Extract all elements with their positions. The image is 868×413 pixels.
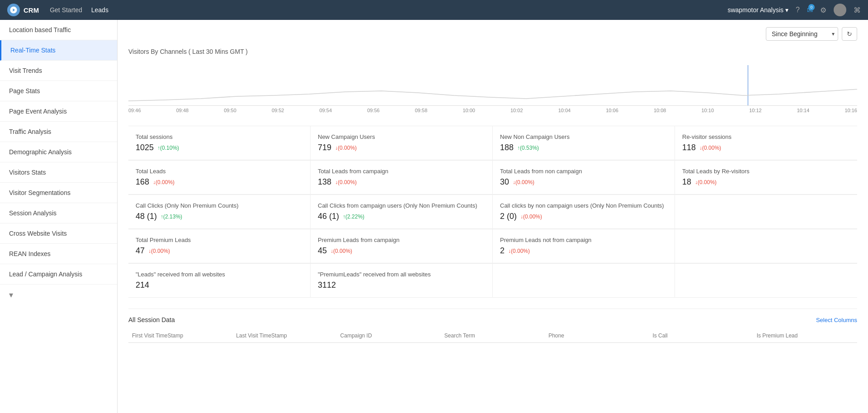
stat-label: Total Leads from campaign	[318, 168, 485, 175]
stat-value-row: 48 (1) ↑(2.13%)	[136, 212, 303, 221]
logo-icon	[7, 4, 20, 16]
stat-number: 188	[500, 143, 514, 152]
main-layout: Location based Traffic Real-Time Stats V…	[0, 20, 868, 413]
col-campaign-id: Campaign ID	[337, 332, 441, 339]
xaxis-label: 09:48	[176, 108, 189, 113]
refresh-icon: ↻	[847, 30, 852, 38]
sidebar-item-page-event[interactable]: Page Event Analysis	[0, 101, 117, 122]
sidebar-item-visitor-seg[interactable]: Visitor Segmentations	[0, 183, 117, 203]
sidebar-item-visit-trends[interactable]: Visit Trends	[0, 61, 117, 81]
sidebar-collapse-btn[interactable]: ▾	[0, 285, 117, 305]
analysis-chevron: ▾	[785, 6, 788, 14]
stat-revisitor-sessions: Re-visitor sessions 118 ↓(0.00%)	[675, 126, 857, 160]
stats-row-2: Total Leads 168 ↓(0.00%) Total Leads fro…	[128, 160, 857, 195]
stat-value-row: 214	[136, 280, 303, 290]
select-columns-btn[interactable]: Select Columns	[816, 317, 857, 323]
notifications-btn[interactable]: ✉ 0	[807, 6, 813, 14]
stat-call-clicks-non-campaign: Call clicks by non campaign users (Only …	[493, 195, 675, 229]
gear-icon: ⚙	[820, 6, 826, 14]
sidebar-label: Visit Trends	[9, 67, 42, 74]
sidebar-item-page-stats[interactable]: Page Stats	[0, 81, 117, 101]
stat-empty-5-4	[675, 264, 857, 298]
stat-label: Total Premium Leads	[136, 237, 303, 243]
col-last-visit: Last Visit TimeStamp	[232, 332, 336, 339]
stat-new-campaign-users: New Campaign Users 719 ↓(0.00%)	[311, 126, 493, 160]
nav-leads[interactable]: Leads	[91, 6, 108, 14]
stat-change: ↓(0.00%)	[153, 179, 175, 185]
stat-total-leads: Total Leads 168 ↓(0.00%)	[128, 161, 311, 195]
chart-container	[128, 61, 857, 106]
stat-label: Re-visitor sessions	[682, 133, 850, 140]
stat-number: 214	[136, 280, 149, 290]
stat-total-sessions: Total sessions 1025 ↑(0.10%)	[128, 126, 311, 160]
xaxis-label: 09:58	[415, 108, 428, 113]
stat-change: ↓(0.00%)	[520, 214, 542, 220]
top-navbar: CRM Get Started Leads swapmotor Analysis…	[0, 0, 868, 20]
stat-number: 2	[500, 246, 505, 256]
stat-new-non-campaign: New Non Campaign Users 188 ↑(0.53%)	[493, 126, 675, 160]
stat-label: Total Leads from non campaign	[500, 168, 667, 175]
xaxis-label: 10:10	[702, 108, 714, 113]
stat-number: 138	[318, 177, 331, 187]
stat-change: ↑(2.22%)	[343, 214, 364, 220]
chevron-down-icon: ▾	[9, 290, 13, 299]
help-icon: ?	[796, 6, 800, 14]
col-first-visit: First Visit TimeStamp	[128, 332, 232, 339]
nav-get-started[interactable]: Get Started	[50, 6, 82, 14]
analysis-selector[interactable]: swapmotor Analysis ▾	[727, 6, 788, 14]
date-filter-select[interactable]: Since Beginning Last 30 Days Last 7 Days…	[766, 27, 838, 41]
stat-value-row: 2 (0) ↓(0.00%)	[500, 212, 667, 221]
stat-number: 30	[500, 177, 509, 187]
stats-row-4: Total Premium Leads 47 ↓(0.00%) Premium …	[128, 229, 857, 263]
logo[interactable]: CRM	[7, 4, 39, 16]
sidebar-label: Location based Traffic	[9, 26, 71, 33]
grid-icon-btn[interactable]: ⌘	[854, 6, 861, 14]
stat-label: Call Clicks from campaign users (Only No…	[318, 202, 485, 209]
topnav-right: swapmotor Analysis ▾ ? ✉ 0 ⚙ ⌘	[727, 4, 861, 16]
sidebar-item-session-analysis[interactable]: Session Analysis	[0, 203, 117, 223]
xaxis-label: 09:52	[272, 108, 284, 113]
stat-label: Total sessions	[136, 133, 303, 140]
sidebar-label: Session Analysis	[9, 209, 57, 217]
sidebar-item-demographic[interactable]: Demographic Analysis	[0, 142, 117, 162]
stat-value-row: 18 ↓(0.00%)	[682, 177, 850, 187]
xaxis-label: 10:04	[558, 108, 571, 113]
xaxis-label: 09:46	[128, 108, 141, 113]
session-section: All Session Data Select Columns First Vi…	[128, 309, 857, 343]
xaxis-label: 09:56	[367, 108, 380, 113]
col-is-premium-lead: Is Premium Lead	[753, 332, 857, 339]
stat-value-row: 47 ↓(0.00%)	[136, 246, 303, 256]
stat-change: ↓(0.00%)	[513, 179, 534, 185]
table-header: First Visit TimeStamp Last Visit TimeSta…	[128, 329, 857, 343]
stat-premium-leads-all-websites: "PremiumLeads" received from all website…	[311, 264, 493, 298]
stat-label: Call Clicks (Only Non Premium Counts)	[136, 202, 303, 209]
sidebar-item-lead-campaign[interactable]: Lead / Campaign Analysis	[0, 264, 117, 285]
stat-premium-leads-non-campaign: Premium Leads not from campaign 2 ↓(0.00…	[493, 229, 675, 263]
sidebar-item-visitors-stats[interactable]: Visitors Stats	[0, 162, 117, 183]
stat-label: Call clicks by non campaign users (Only …	[500, 202, 667, 209]
sidebar-item-traffic-analysis[interactable]: Traffic Analysis	[0, 122, 117, 142]
stat-value-row: 2 ↓(0.00%)	[500, 246, 667, 256]
xaxis-label: 10:08	[654, 108, 666, 113]
grid-icon: ⌘	[854, 6, 861, 14]
main-content: Since Beginning Last 30 Days Last 7 Days…	[118, 20, 868, 413]
sidebar-item-location-traffic[interactable]: Location based Traffic	[0, 20, 117, 40]
stat-empty-cell	[675, 195, 857, 229]
stat-number: 45	[318, 246, 327, 256]
refresh-button[interactable]: ↻	[842, 27, 857, 41]
stat-value-row: 168 ↓(0.00%)	[136, 177, 303, 187]
stat-number: 3112	[318, 280, 336, 290]
sidebar-item-rean-indexes[interactable]: REAN Indexes	[0, 244, 117, 264]
stat-leads-all-websites: "Leads" received from all websites 214	[128, 264, 311, 298]
stat-number: 2 (0)	[500, 212, 517, 221]
settings-btn[interactable]: ⚙	[820, 6, 826, 14]
help-icon-btn[interactable]: ?	[796, 6, 800, 14]
avatar[interactable]	[834, 4, 846, 16]
sidebar-label: Lead / Campaign Analysis	[9, 271, 82, 278]
sidebar-item-cross-website[interactable]: Cross Website Visits	[0, 223, 117, 244]
stat-change: ↓(0.00%)	[330, 248, 352, 254]
xaxis-label: 10:02	[510, 108, 523, 113]
stat-value-row: 45 ↓(0.00%)	[318, 246, 485, 256]
sidebar-item-realtime-stats[interactable]: Real-Time Stats	[0, 40, 117, 61]
stat-number: 1025	[136, 143, 154, 152]
